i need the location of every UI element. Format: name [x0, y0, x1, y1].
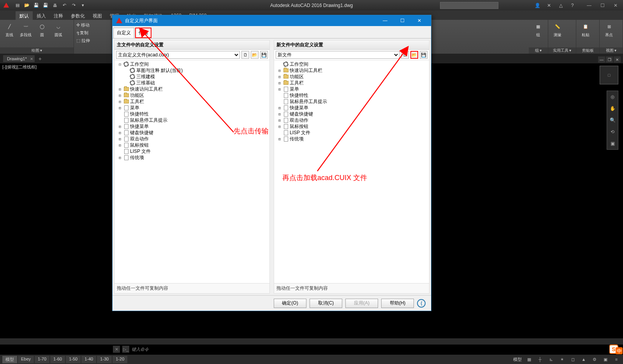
layout-tab[interactable]: 1-70 [35, 356, 49, 363]
expand-icon[interactable]: ⊞ [118, 156, 122, 160]
document-tab[interactable]: Drawing1* ✕ [3, 55, 35, 62]
dialog-minimize-icon[interactable]: — [377, 15, 394, 26]
new-tab-button[interactable]: + [36, 56, 44, 62]
tab-transfer[interactable]: 传输 [135, 28, 151, 38]
tree-node[interactable]: 鼠标悬停工具提示 [276, 98, 428, 105]
ribbon-tab[interactable]: 插入 [33, 11, 50, 20]
right-file-select[interactable]: 新文件 [276, 51, 399, 59]
tree-node[interactable]: ⊞快速访问工具栏 [276, 67, 428, 74]
expand-icon[interactable]: ⊞ [118, 124, 122, 129]
ribbon-tab[interactable]: 参数化 [67, 11, 89, 20]
layout-tab[interactable]: 1-60 [50, 356, 65, 363]
expand-icon[interactable]: ⊞ [118, 87, 122, 91]
expand-icon[interactable]: ⊞ [277, 75, 282, 79]
ribbon-tab[interactable]: 视图 [89, 11, 106, 20]
tab-customize[interactable]: 自定义 [113, 28, 134, 38]
cancel-button[interactable]: 取消(C) [310, 299, 342, 308]
ime-indicator[interactable]: S中 [609, 343, 623, 355]
qat-dropdown-icon[interactable]: ▾ [79, 2, 86, 9]
move-button[interactable]: ✢ 移动 [76, 21, 109, 28]
osnap-icon[interactable]: ◻ [569, 356, 576, 363]
expand-icon[interactable]: ⊞ [118, 137, 122, 141]
nav-orbit-icon[interactable]: ⟲ [608, 128, 617, 136]
tree-node[interactable]: ⊞传统项 [116, 154, 268, 161]
window-maximize-icon[interactable]: ☐ [597, 2, 608, 9]
help-button[interactable]: 帮助(H) [381, 299, 414, 308]
tree-node[interactable]: 三维建模 [116, 74, 268, 80]
anno-icon[interactable]: ▲ [580, 356, 587, 363]
expand-icon[interactable]: ⊞ [277, 118, 282, 122]
group-button[interactable]: ▦组 [531, 21, 545, 38]
horizontal-scrollbar[interactable] [0, 338, 623, 345]
expand-icon[interactable]: ⊟ [118, 62, 122, 66]
expand-icon[interactable]: ⊞ [277, 112, 282, 116]
layout-tab[interactable]: 1-50 [66, 356, 81, 363]
doc-minimize-icon[interactable]: — [598, 56, 605, 63]
expand-icon[interactable]: ⊞ [118, 106, 122, 110]
polar-icon[interactable]: ✶ [558, 356, 565, 363]
tree-node[interactable]: ⊞双击动作 [116, 136, 268, 142]
expand-icon[interactable]: ⊞ [277, 137, 282, 141]
help-circle-icon[interactable]: ⟨ [417, 299, 426, 308]
qat-save-icon[interactable]: 💾 [33, 2, 40, 9]
ribbon-tab[interactable]: 默认 [16, 11, 33, 20]
a360-icon[interactable]: △ [557, 2, 565, 9]
ribbon-tab[interactable]: 注释 [50, 11, 67, 20]
expand-icon[interactable]: ⊞ [118, 143, 122, 147]
autocad-logo[interactable] [2, 1, 11, 10]
layout-tab[interactable]: 1-30 [97, 356, 112, 363]
basepoint-button[interactable]: ⊞基点 [602, 21, 616, 38]
tree-node[interactable]: ⊞菜单 [116, 105, 268, 111]
grid-icon[interactable]: ▦ [526, 356, 533, 363]
viewcube[interactable]: ▢ [600, 66, 618, 84]
tree-node[interactable]: ⊞菜单 [276, 86, 428, 92]
left-new-icon[interactable]: 🗋 [241, 51, 249, 59]
right-open-icon[interactable]: 📂 [410, 51, 418, 59]
qat-redo-icon[interactable]: ↷ [70, 2, 77, 9]
line-button[interactable]: ╱直线 [2, 21, 16, 38]
tree-node[interactable]: ⊞工具栏 [276, 80, 428, 86]
tree-node[interactable]: ⊞功能区 [116, 92, 268, 98]
tree-node[interactable]: 鼠标悬停工具提示 [116, 117, 268, 123]
viewport-label[interactable]: [-][俯视][二维线框] [2, 64, 37, 70]
cleanscreen-icon[interactable]: ▣ [602, 356, 609, 363]
dialog-maximize-icon[interactable]: ☐ [394, 15, 411, 26]
tree-node[interactable]: ⊞快捷菜单 [276, 105, 428, 111]
apply-button[interactable]: 应用(A) [345, 299, 378, 308]
command-line[interactable]: ✕ ▷_ 键入命令 [113, 345, 149, 353]
nav-pan-icon[interactable]: ✋ [608, 104, 617, 113]
tree-node[interactable]: ⊞功能区 [276, 74, 428, 80]
circle-button[interactable]: ◯圆 [35, 21, 49, 38]
left-file-select[interactable]: 主自定义文件(acad.cuix) [116, 51, 240, 59]
tree-node[interactable]: ⊞快速访问工具栏 [116, 86, 268, 92]
expand-icon[interactable]: ⊞ [277, 87, 282, 91]
doc-close-icon[interactable]: ✕ [614, 56, 621, 63]
tree-node[interactable]: 快捷特性 [276, 92, 428, 98]
arc-button[interactable]: ◡圆弧 [51, 21, 65, 38]
right-tree[interactable]: 工作空间⊞快速访问工具栏⊞功能区⊞工具栏⊞菜单快捷特性鼠标悬停工具提示⊞快捷菜单… [274, 60, 429, 283]
ortho-icon[interactable]: ⊾ [547, 356, 554, 363]
qat-new-icon[interactable]: ▤ [14, 2, 21, 9]
qat-open-icon[interactable]: 📂 [23, 2, 30, 9]
layout-tab[interactable]: 1-40 [81, 356, 96, 363]
exchange-icon[interactable]: ✕ [545, 2, 553, 9]
right-save-icon[interactable]: 💾 [420, 51, 428, 59]
tree-node[interactable]: ⊞鼠标按钮 [116, 142, 268, 148]
nav-showmotion-icon[interactable]: ▣ [608, 139, 617, 148]
close-tab-icon[interactable]: ✕ [30, 57, 33, 61]
tree-node[interactable]: ⊞工具栏 [116, 98, 268, 105]
signin-icon[interactable]: 👤 [533, 2, 541, 9]
layout-tab[interactable]: Ebey [18, 356, 34, 363]
expand-icon[interactable]: ⊞ [277, 81, 282, 85]
help-search-input[interactable] [440, 2, 498, 9]
dialog-titlebar[interactable]: 自定义用户界面 — ☐ ✕ [113, 15, 431, 26]
tree-node[interactable]: 三维基础 [116, 80, 268, 86]
tree-node[interactable]: ⊞键盘快捷键 [276, 111, 428, 117]
tree-node[interactable]: 草图与注释 默认(当前) [116, 67, 268, 74]
qat-undo-icon[interactable]: ↶ [61, 2, 68, 9]
tree-node[interactable]: ⊞双击动作 [276, 117, 428, 123]
panel-utility-label[interactable]: 实用工具 ▾ [548, 47, 576, 54]
status-model-label[interactable]: 模型 [513, 357, 522, 362]
tree-node[interactable]: ⊞鼠标按钮 [276, 123, 428, 130]
doc-restore-icon[interactable]: ❐ [606, 56, 613, 63]
